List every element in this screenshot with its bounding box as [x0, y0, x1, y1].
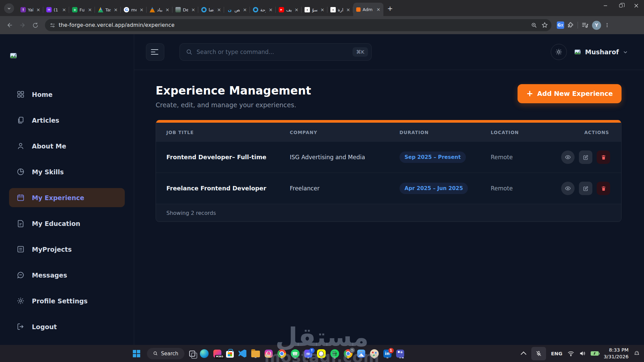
microphone-muted-button[interactable]	[531, 347, 546, 360]
tab-list-chevron-button[interactable]	[4, 3, 14, 13]
back-button[interactable]	[4, 19, 15, 31]
address-bar[interactable]: the-forge-one.vercel.app/admin/experienc…	[45, 19, 551, 31]
instagram-icon[interactable]	[265, 350, 273, 358]
tab-arabic-3[interactable]: الص ×	[224, 3, 250, 16]
tab-close-icon[interactable]: ×	[113, 7, 119, 12]
window-minimize-button[interactable]	[598, 0, 613, 11]
edge-icon[interactable]	[200, 349, 209, 358]
tab-close-icon[interactable]: ×	[268, 7, 274, 12]
delete-button[interactable]	[597, 182, 610, 195]
zoom-icon[interactable]	[531, 22, 537, 28]
tab-drive[interactable]: Task ×	[95, 3, 121, 16]
tab-arabic-5[interactable]: تسوّ ×	[302, 3, 327, 16]
tab-close-icon[interactable]: ×	[139, 7, 145, 12]
sidebar-item-my-experience[interactable]: My Experience	[9, 188, 125, 207]
tab-close-icon[interactable]: ×	[345, 7, 351, 12]
tab-close-icon[interactable]: ×	[242, 7, 248, 12]
google-translate-icon[interactable]: G文	[557, 21, 564, 29]
photos-icon[interactable]	[357, 350, 365, 358]
sidebar-item-my-skills[interactable]: My Skills	[9, 162, 125, 181]
extensions-puzzle-icon[interactable]	[568, 22, 574, 28]
new-tab-button[interactable]: +	[385, 4, 395, 13]
tab-dep[interactable]: Dep ×	[172, 3, 198, 16]
tray-expand-chevron-icon[interactable]	[521, 351, 526, 357]
chrome-secondary-icon[interactable]: ◷	[344, 349, 353, 358]
sidebar-item-about-me[interactable]: About Me	[9, 136, 125, 156]
sidebar-item-profile-settings[interactable]: Profile Settings	[9, 291, 125, 310]
edit-button[interactable]	[579, 182, 592, 195]
media-playlist-icon[interactable]	[581, 21, 589, 29]
sidebar-item-logout[interactable]: Logout	[9, 317, 125, 336]
battery-icon[interactable]	[591, 351, 599, 356]
tab-close-icon[interactable]: ×	[61, 7, 67, 12]
window-close-button[interactable]	[629, 0, 644, 11]
chrome-icon[interactable]	[277, 349, 286, 358]
forward-button[interactable]	[17, 19, 28, 31]
bookmark-star-icon[interactable]	[541, 22, 548, 28]
tab-youtube[interactable]: كيف ×	[276, 3, 302, 16]
spotify-icon[interactable]	[330, 349, 339, 358]
window-restore-button[interactable]	[613, 0, 629, 11]
reload-button[interactable]	[30, 19, 41, 31]
vscode-icon[interactable]	[238, 350, 247, 358]
app-badge: ↑	[309, 348, 315, 353]
teams-icon[interactable]	[396, 350, 404, 358]
speaker-icon[interactable]	[579, 351, 586, 356]
browser-menu-dots-icon[interactable]	[604, 22, 610, 28]
url-text[interactable]: the-forge-one.vercel.app/admin/experienc…	[59, 22, 531, 28]
browser-profile-avatar[interactable]: Y	[592, 21, 601, 30]
delete-button[interactable]	[597, 150, 610, 164]
main-area: ⌘K Musharof Experience Manageme	[134, 34, 644, 345]
tab-close-icon[interactable]: ×	[293, 7, 300, 12]
whatsapp-icon[interactable]	[291, 349, 300, 358]
microsoft-store-icon[interactable]	[226, 351, 234, 358]
tab-arabic-2[interactable]: إضا ×	[198, 3, 224, 16]
tab-admin-active[interactable]: Adm ×	[353, 3, 383, 16]
sidebar-item-my-education[interactable]: My Education	[9, 214, 125, 233]
theme-toggle-button[interactable]	[551, 44, 567, 60]
tab-mail[interactable]: (1 u ×	[43, 3, 69, 16]
sidebar-toggle-button[interactable]	[146, 43, 164, 61]
tab-arabic-6[interactable]: إدارة ×	[327, 3, 353, 16]
meta-icon[interactable]: ↑	[304, 350, 312, 358]
sidebar-item-label: My Education	[32, 220, 80, 227]
language-indicator[interactable]: ENG	[551, 351, 562, 356]
tab-close-icon[interactable]: ×	[190, 7, 196, 12]
search-input[interactable]	[197, 49, 348, 55]
task-view-icon[interactable]	[189, 351, 195, 357]
edit-button[interactable]	[579, 150, 592, 164]
command-search-bar[interactable]: ⌘K	[179, 43, 372, 61]
user-menu[interactable]: Musharof	[574, 48, 628, 56]
microsoft-365-icon[interactable]: M365	[213, 350, 221, 358]
site-info-icon[interactable]	[50, 22, 55, 28]
tab-close-icon[interactable]: ×	[375, 7, 381, 12]
view-button[interactable]	[561, 150, 575, 164]
linkedin-icon[interactable]: 1	[383, 350, 391, 358]
tab-close-icon[interactable]: ×	[216, 7, 222, 12]
tab-close-icon[interactable]: ×	[164, 7, 170, 12]
snapchat-icon[interactable]	[317, 349, 326, 358]
tab-arabic-4[interactable]: لوحة ×	[250, 3, 276, 16]
notification-bell-icon[interactable]: z	[634, 350, 640, 357]
sun-icon	[555, 48, 562, 56]
tab-close-icon[interactable]: ×	[87, 7, 93, 12]
sidebar-item-home[interactable]: Home	[9, 85, 125, 104]
sidebar-item-articles[interactable]: Articles	[9, 111, 125, 130]
file-explorer-icon[interactable]	[251, 351, 260, 357]
sidebar-item-messages[interactable]: Messages	[9, 265, 125, 285]
tab-close-icon[interactable]: ×	[319, 7, 325, 12]
taskbar-search[interactable]: Search	[147, 348, 184, 359]
col-duration: DURATION	[399, 130, 491, 135]
wifi-icon[interactable]	[568, 351, 574, 356]
tab-sheets[interactable]: Full ×	[69, 3, 95, 16]
tab-close-icon[interactable]: ×	[35, 7, 41, 12]
add-new-experience-button[interactable]: + Add New Experience	[518, 84, 622, 103]
taskbar-clock[interactable]: 8:33 PM 3/31/2026	[604, 347, 629, 360]
tab-yahoo[interactable]: Yaho ×	[17, 3, 43, 16]
sidebar-item-my-projects[interactable]: MyProjects	[9, 240, 125, 259]
tab-arabic-1[interactable]: مباد ×	[147, 3, 172, 16]
paint-icon[interactable]	[370, 349, 379, 358]
tab-google[interactable]: met ×	[121, 3, 147, 16]
view-button[interactable]	[561, 182, 575, 195]
start-button[interactable]	[131, 348, 142, 359]
